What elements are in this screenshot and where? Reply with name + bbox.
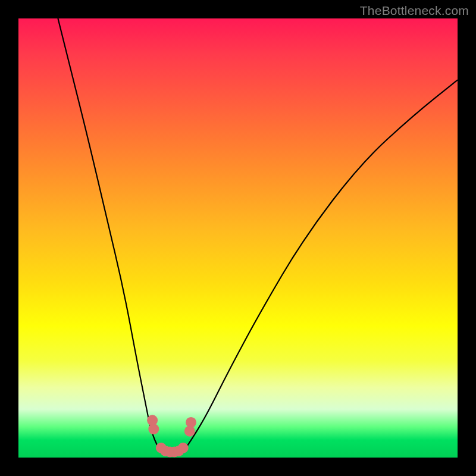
data-marker	[178, 443, 189, 453]
marker-group	[147, 415, 196, 457]
bottleneck-curve	[58, 18, 458, 453]
watermark-text: TheBottleneck.com	[360, 4, 469, 18]
curve-group	[58, 18, 458, 453]
chart-plot-area	[18, 18, 458, 458]
chart-svg	[18, 18, 458, 458]
data-marker	[148, 424, 159, 434]
data-marker	[186, 417, 196, 428]
